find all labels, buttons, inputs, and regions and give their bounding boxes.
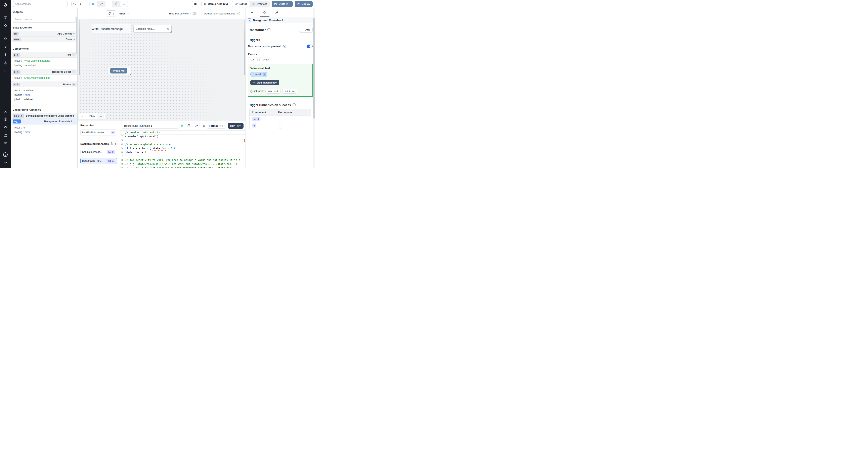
deploy-button[interactable]: Deploy (295, 1, 313, 7)
fullscreen-icon[interactable] (97, 1, 105, 7)
tab-preview[interactable]: Preview (250, 1, 269, 7)
delete-trash-icon[interactable] (202, 124, 206, 128)
redo-button[interactable] (77, 1, 83, 7)
search-outputs-input[interactable] (13, 16, 76, 23)
run-button[interactable]: Run ⌘↵ (228, 123, 244, 129)
format-shortcut: ⌘S (219, 124, 223, 127)
schedules-calendar-icon[interactable] (2, 67, 9, 74)
undo-button[interactable] (71, 1, 77, 7)
chevron-down-icon[interactable] (73, 32, 75, 35)
ctx-row[interactable]: ctx App Context (11, 31, 78, 37)
watched-dependency-chip[interactable]: b.result ✕ (250, 72, 267, 77)
workers-robot-icon[interactable] (2, 124, 9, 131)
settings-gear-icon[interactable] (2, 116, 9, 123)
tab-styling-brush-icon[interactable] (271, 8, 283, 17)
apps-icon[interactable] (2, 14, 9, 21)
runnable-name-input[interactable] (122, 123, 178, 129)
desktop-icon[interactable] (120, 1, 128, 7)
info-icon[interactable] (283, 45, 286, 48)
quick-add-ctx-email[interactable]: +ctx.email (266, 89, 281, 94)
more-options-icon[interactable] (186, 2, 190, 5)
ai-wand-icon[interactable] (195, 124, 198, 128)
runnable-hub-item[interactable]: hub/1511/discord/se... c (81, 129, 117, 136)
collapse-arrow-icon[interactable] (2, 159, 9, 166)
home-icon[interactable] (2, 35, 9, 42)
zoom-in-button[interactable]: + (97, 113, 104, 119)
code-area[interactable]: 1// read outputs and ctx 2console.log(ct… (120, 130, 246, 168)
runs-play-icon[interactable] (2, 43, 9, 50)
app-canvas[interactable]: Write Discord message: Example resou... … (78, 19, 246, 121)
watched-chip-label: b.result (253, 73, 261, 76)
info-icon[interactable] (268, 28, 271, 31)
tab-insert-plus-icon[interactable] (246, 8, 258, 17)
frequency-select[interactable]: once (119, 12, 130, 15)
quick-add-state-foo[interactable]: +state.foo (282, 89, 298, 94)
text-component[interactable]: Write Discord message: (92, 24, 131, 33)
debug-runs-button[interactable]: Debug runs (26) (201, 1, 230, 7)
collapse-chevron-up-icon[interactable] (72, 53, 75, 57)
hide-bar-toggle[interactable] (190, 12, 196, 15)
field-value: undefined (25, 64, 36, 67)
collapse-chevron-up-icon[interactable] (73, 120, 75, 123)
centered-layout-icon[interactable] (90, 1, 97, 7)
event-chip-start[interactable]: start (248, 57, 257, 62)
collapse-chevron-up-icon[interactable] (72, 70, 75, 73)
eye-icon[interactable] (2, 140, 9, 146)
draft-shortcut: ⌘S (286, 2, 290, 5)
info-icon[interactable] (237, 12, 240, 15)
remove-dependency-x-icon[interactable]: ✕ (262, 72, 266, 76)
windmill-logo-icon[interactable] (3, 2, 8, 8)
event-chip-refresh[interactable]: refresh (259, 57, 272, 62)
pencil-icon (235, 2, 238, 6)
run-on-start-row: Run on start and app refresh (248, 44, 313, 48)
outputs-scrollbar[interactable] (76, 17, 77, 54)
runnable-bg0-item[interactable]: Send a message... bg_0 (81, 149, 117, 155)
field-key: loading (14, 64, 24, 67)
collapse-chevron-up-icon[interactable] (72, 83, 75, 86)
zoom-out-button[interactable]: − (79, 114, 86, 118)
error-marker (244, 139, 245, 142)
panel-scrollbar-track[interactable] (313, 8, 315, 168)
add-transformer-button[interactable]: Add (299, 27, 313, 33)
press-me-button[interactable]: Press me (110, 68, 127, 73)
plus-icon (253, 81, 255, 84)
component-c-row[interactable]: c Button (11, 81, 78, 87)
tab-editor[interactable]: Editor (232, 1, 250, 7)
field-value: undefined (24, 89, 34, 92)
info-icon[interactable] (110, 142, 113, 145)
app-summary-input[interactable] (13, 1, 68, 7)
field-key: result (14, 126, 22, 129)
cache-database-icon[interactable] (187, 124, 190, 128)
clear-x-icon[interactable]: ✕ (166, 27, 169, 31)
component-a-row[interactable]: a Text (11, 52, 78, 58)
docs-book-button[interactable] (192, 1, 199, 7)
format-button[interactable]: Format ⌘S (207, 123, 225, 129)
active-tab-underline (260, 16, 270, 17)
help-icon[interactable] (2, 151, 9, 158)
mobile-icon[interactable] (112, 1, 120, 7)
info-icon[interactable] (292, 103, 296, 106)
resource-select-component[interactable]: Example resou... ✕ (133, 25, 172, 33)
star-icon[interactable] (2, 22, 9, 29)
component-b-row[interactable]: b Resource Select (11, 69, 78, 75)
state-row[interactable]: state State (11, 37, 78, 42)
user-icon[interactable] (2, 108, 9, 114)
resize-handle[interactable] (130, 73, 131, 75)
bg0-row[interactable]: bg_0 Send a message to discord using web… (11, 113, 78, 119)
bg1-row[interactable]: bg_1 Background Runnable 1 (11, 119, 78, 125)
panel-scrollbar-thumb[interactable] (313, 18, 315, 119)
pointer-hand-icon (17, 83, 19, 86)
variables-dollar-icon[interactable] (2, 52, 9, 58)
tab-component-settings-icon[interactable] (258, 8, 271, 17)
resize-handle[interactable] (170, 31, 172, 33)
add-dependency-button[interactable]: Add dependency (250, 80, 279, 85)
resize-handle[interactable] (130, 32, 131, 33)
folders-icon[interactable] (2, 132, 9, 138)
runnable-bg1-item-selected[interactable]: Background Run... bg_1 (81, 158, 117, 164)
chevron-down-icon[interactable] (73, 38, 75, 41)
refresh-count-button[interactable]: 1 (106, 10, 116, 16)
add-runnable-button[interactable] (114, 141, 117, 146)
run-on-start-toggle[interactable] (307, 44, 313, 48)
resources-cubes-icon[interactable] (2, 59, 9, 66)
draft-button[interactable]: Draft ⌘S (272, 1, 292, 7)
